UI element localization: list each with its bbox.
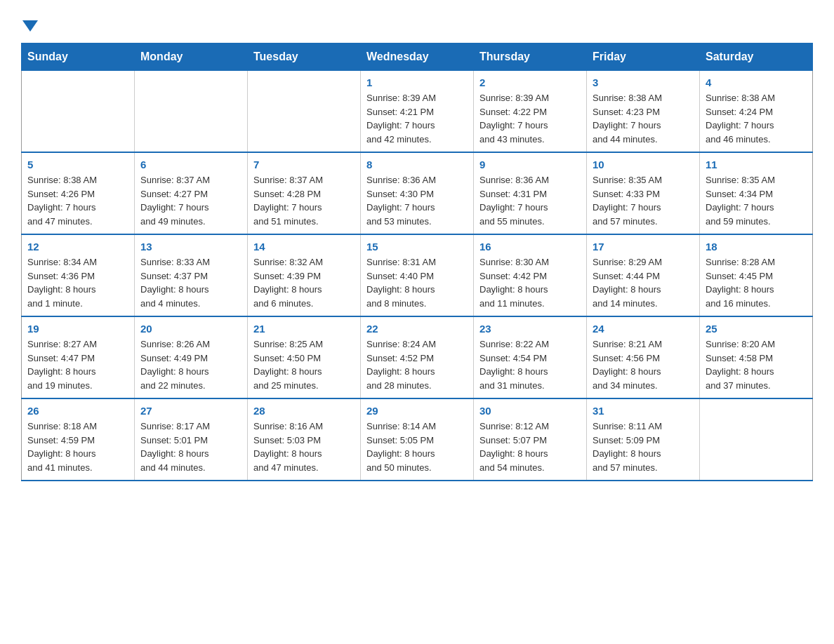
day-info: Sunrise: 8:36 AM Sunset: 4:31 PM Dayligh… [479,173,581,228]
day-info: Sunrise: 8:30 AM Sunset: 4:42 PM Dayligh… [479,255,581,310]
calendar-day-cell: 17Sunrise: 8:29 AM Sunset: 4:44 PM Dayli… [587,234,700,316]
calendar-week-row: 26Sunrise: 8:18 AM Sunset: 4:59 PM Dayli… [22,398,813,481]
day-of-week-header: Friday [587,43,700,71]
day-number: 10 [593,159,694,170]
day-info: Sunrise: 8:39 AM Sunset: 4:21 PM Dayligh… [366,91,468,146]
calendar-day-cell: 25Sunrise: 8:20 AM Sunset: 4:58 PM Dayli… [700,316,813,398]
calendar-day-cell: 31Sunrise: 8:11 AM Sunset: 5:09 PM Dayli… [587,398,700,481]
day-of-week-header: Tuesday [248,43,361,71]
calendar-day-cell: 8Sunrise: 8:36 AM Sunset: 4:30 PM Daylig… [361,152,474,234]
calendar-day-cell: 10Sunrise: 8:35 AM Sunset: 4:33 PM Dayli… [587,152,700,234]
calendar-day-cell [22,71,135,153]
day-info: Sunrise: 8:24 AM Sunset: 4:52 PM Dayligh… [366,337,468,392]
calendar-day-cell: 4Sunrise: 8:38 AM Sunset: 4:24 PM Daylig… [700,71,813,153]
day-number: 16 [479,241,581,253]
day-number: 14 [253,241,355,253]
day-number: 19 [27,323,128,335]
day-info: Sunrise: 8:37 AM Sunset: 4:27 PM Dayligh… [140,173,241,228]
calendar-day-cell: 28Sunrise: 8:16 AM Sunset: 5:03 PM Dayli… [248,398,361,481]
calendar-day-cell: 13Sunrise: 8:33 AM Sunset: 4:37 PM Dayli… [135,234,248,316]
day-of-week-header: Monday [135,43,248,71]
day-info: Sunrise: 8:11 AM Sunset: 5:09 PM Dayligh… [593,420,694,474]
calendar-day-cell: 6Sunrise: 8:37 AM Sunset: 4:27 PM Daylig… [135,152,248,234]
calendar-day-cell: 29Sunrise: 8:14 AM Sunset: 5:05 PM Dayli… [361,398,474,481]
calendar-day-cell: 23Sunrise: 8:22 AM Sunset: 4:54 PM Dayli… [474,316,587,398]
day-of-week-header: Thursday [474,43,587,71]
calendar-day-cell: 20Sunrise: 8:26 AM Sunset: 4:49 PM Dayli… [135,316,248,398]
day-info: Sunrise: 8:21 AM Sunset: 4:56 PM Dayligh… [593,337,694,392]
day-info: Sunrise: 8:16 AM Sunset: 5:03 PM Dayligh… [253,420,355,474]
calendar-day-cell: 24Sunrise: 8:21 AM Sunset: 4:56 PM Dayli… [587,316,700,398]
day-of-week-header: Saturday [700,43,813,71]
calendar-day-cell: 14Sunrise: 8:32 AM Sunset: 4:39 PM Dayli… [248,234,361,316]
day-info: Sunrise: 8:38 AM Sunset: 4:23 PM Dayligh… [593,91,694,146]
calendar-day-cell: 27Sunrise: 8:17 AM Sunset: 5:01 PM Dayli… [135,398,248,481]
calendar-day-cell: 11Sunrise: 8:35 AM Sunset: 4:34 PM Dayli… [700,152,813,234]
day-info: Sunrise: 8:35 AM Sunset: 4:33 PM Dayligh… [593,173,694,228]
day-number: 4 [706,76,807,88]
day-number: 21 [253,323,355,335]
day-info: Sunrise: 8:34 AM Sunset: 4:36 PM Dayligh… [27,255,128,310]
logo [21,14,38,29]
day-number: 5 [27,159,128,170]
day-number: 27 [140,405,241,417]
day-info: Sunrise: 8:22 AM Sunset: 4:54 PM Dayligh… [479,337,581,392]
day-info: Sunrise: 8:12 AM Sunset: 5:07 PM Dayligh… [479,420,581,474]
day-number: 25 [706,323,807,335]
day-number: 17 [593,241,694,253]
calendar-day-cell: 19Sunrise: 8:27 AM Sunset: 4:47 PM Dayli… [22,316,135,398]
calendar-day-cell: 21Sunrise: 8:25 AM Sunset: 4:50 PM Dayli… [248,316,361,398]
calendar-day-cell [135,71,248,153]
day-info: Sunrise: 8:20 AM Sunset: 4:58 PM Dayligh… [706,337,807,392]
calendar-day-cell: 16Sunrise: 8:30 AM Sunset: 4:42 PM Dayli… [474,234,587,316]
calendar-day-cell: 22Sunrise: 8:24 AM Sunset: 4:52 PM Dayli… [361,316,474,398]
day-number: 20 [140,323,241,335]
day-info: Sunrise: 8:37 AM Sunset: 4:28 PM Dayligh… [253,173,355,228]
day-number: 26 [27,405,128,417]
day-info: Sunrise: 8:38 AM Sunset: 4:24 PM Dayligh… [706,91,807,146]
calendar-day-cell: 15Sunrise: 8:31 AM Sunset: 4:40 PM Dayli… [361,234,474,316]
day-info: Sunrise: 8:27 AM Sunset: 4:47 PM Dayligh… [27,337,128,392]
day-info: Sunrise: 8:39 AM Sunset: 4:22 PM Dayligh… [479,91,581,146]
day-info: Sunrise: 8:29 AM Sunset: 4:44 PM Dayligh… [593,255,694,310]
day-number: 9 [479,159,581,170]
calendar-day-cell: 5Sunrise: 8:38 AM Sunset: 4:26 PM Daylig… [22,152,135,234]
day-number: 31 [593,405,694,417]
calendar-day-cell: 7Sunrise: 8:37 AM Sunset: 4:28 PM Daylig… [248,152,361,234]
day-number: 23 [479,323,581,335]
logo-triangle-icon [22,20,38,32]
calendar-week-row: 5Sunrise: 8:38 AM Sunset: 4:26 PM Daylig… [22,152,813,234]
day-number: 2 [479,76,581,88]
calendar-day-cell [248,71,361,153]
day-info: Sunrise: 8:32 AM Sunset: 4:39 PM Dayligh… [253,255,355,310]
day-number: 30 [479,405,581,417]
day-info: Sunrise: 8:33 AM Sunset: 4:37 PM Dayligh… [140,255,241,310]
day-number: 24 [593,323,694,335]
calendar-week-row: 19Sunrise: 8:27 AM Sunset: 4:47 PM Dayli… [22,316,813,398]
day-info: Sunrise: 8:26 AM Sunset: 4:49 PM Dayligh… [140,337,241,392]
day-number: 8 [366,159,468,170]
calendar-header-row: SundayMondayTuesdayWednesdayThursdayFrid… [22,43,813,71]
day-info: Sunrise: 8:35 AM Sunset: 4:34 PM Dayligh… [706,173,807,228]
calendar-day-cell: 2Sunrise: 8:39 AM Sunset: 4:22 PM Daylig… [474,71,587,153]
calendar-day-cell: 26Sunrise: 8:18 AM Sunset: 4:59 PM Dayli… [22,398,135,481]
calendar-day-cell: 3Sunrise: 8:38 AM Sunset: 4:23 PM Daylig… [587,71,700,153]
day-info: Sunrise: 8:14 AM Sunset: 5:05 PM Dayligh… [366,420,468,474]
day-number: 1 [366,76,468,88]
day-number: 22 [366,323,468,335]
day-of-week-header: Wednesday [361,43,474,71]
day-number: 13 [140,241,241,253]
day-number: 18 [706,241,807,253]
day-number: 6 [140,159,241,170]
calendar-table: SundayMondayTuesdayWednesdayThursdayFrid… [21,43,813,481]
page-header [21,14,813,29]
calendar-day-cell: 30Sunrise: 8:12 AM Sunset: 5:07 PM Dayli… [474,398,587,481]
calendar-day-cell: 9Sunrise: 8:36 AM Sunset: 4:31 PM Daylig… [474,152,587,234]
day-info: Sunrise: 8:38 AM Sunset: 4:26 PM Dayligh… [27,173,128,228]
calendar-day-cell: 12Sunrise: 8:34 AM Sunset: 4:36 PM Dayli… [22,234,135,316]
calendar-day-cell [700,398,813,481]
day-number: 11 [706,159,807,170]
day-info: Sunrise: 8:31 AM Sunset: 4:40 PM Dayligh… [366,255,468,310]
day-info: Sunrise: 8:36 AM Sunset: 4:30 PM Dayligh… [366,173,468,228]
day-number: 12 [27,241,128,253]
